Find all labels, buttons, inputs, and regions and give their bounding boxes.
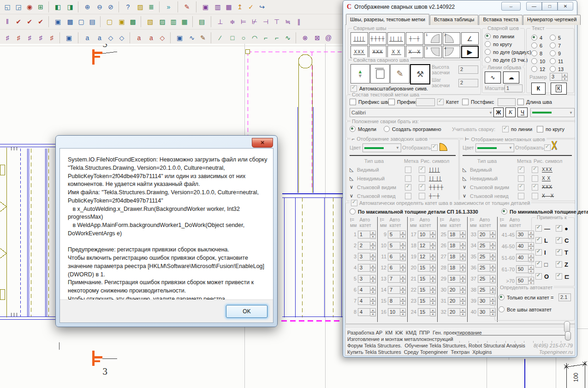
postfix-field[interactable] (498, 98, 516, 106)
open-file-icon[interactable]: ▨ (135, 1, 146, 12)
by-max-thickness-radio[interactable] (350, 209, 356, 215)
footer-line-4[interactable]: Купить Tekla Structures Среду Topenginee… (347, 349, 492, 355)
radio[interactable] (531, 35, 537, 41)
print-icon[interactable]: ▤ (192, 16, 208, 27)
radio[interactable] (550, 50, 556, 56)
part-drawing-icon[interactable]: ▥ (168, 16, 179, 27)
text-underline-icon[interactable]: a (94, 32, 105, 43)
mark-checkbox[interactable] (405, 184, 411, 191)
radio[interactable] (485, 41, 491, 47)
weld-angle-button[interactable]: ∠ (461, 32, 479, 45)
consider-by-circle-checkbox[interactable] (537, 126, 543, 132)
check-orange-icon[interactable]: ✓ (245, 1, 256, 12)
chain-dimension-icon[interactable]: ♯ (24, 32, 35, 43)
center-window-icon[interactable]: ◉ (24, 1, 35, 12)
draw-symbol-checkbox[interactable] (532, 167, 538, 173)
cathetus-spinner[interactable]: 25▴▾ (478, 275, 496, 283)
cathetus-spinner[interactable]: 7▴▾ (388, 275, 406, 283)
symbol-blue-1-icon[interactable]: ◇ (105, 32, 116, 43)
cascade-windows-icon[interactable]: ▦ (223, 1, 234, 12)
draw-symbol-checkbox[interactable] (532, 175, 538, 182)
weld-cross-gap-button[interactable]: ┼─┼ (406, 32, 423, 45)
multi-drawing-icon[interactable]: ▨ (157, 16, 168, 27)
radio[interactable] (531, 42, 537, 48)
dim-parallel-icon[interactable]: ∥ (293, 16, 304, 27)
draw-polyline-icon[interactable]: ⌐ (271, 32, 282, 43)
weld-comb-gap-button[interactable]: ∣∣ ∣∣ (387, 32, 405, 45)
cathetus-spinner[interactable]: 18▴▾ (448, 253, 466, 261)
cathetus-spinner[interactable]: 20▴▾ (448, 308, 466, 316)
close-icon[interactable]: ✕ (252, 138, 273, 148)
only-if-cathetus-radio[interactable] (499, 294, 505, 300)
draw-line-icon[interactable]: ∕ (211, 32, 227, 43)
delete-button[interactable] (370, 64, 390, 84)
ok-button[interactable]: OK (226, 305, 267, 318)
weld-x-gap-button[interactable]: X X (387, 46, 405, 58)
slider-thumb[interactable] (565, 331, 571, 340)
cathetus-spinner[interactable]: 10▴▾ (418, 231, 436, 239)
label-color-combobox[interactable]: ▼ (530, 108, 575, 117)
radio[interactable] (550, 58, 556, 64)
mark-checkbox[interactable] (518, 167, 524, 173)
export-icon[interactable]: ↪ (256, 1, 267, 12)
cathetus-spinner[interactable]: 6▴▾ (388, 253, 406, 261)
dim-left-icon[interactable]: ⊨ (238, 16, 249, 27)
cathetus-spinner[interactable]: 25▴▾ (478, 264, 496, 272)
radio[interactable] (531, 58, 537, 64)
close-icon[interactable]: ✕ (558, 2, 573, 11)
fit-window-icon[interactable]: ◱ (2, 1, 13, 12)
tab[interactable]: Нумератор чертежей (523, 15, 581, 25)
scale-field[interactable]: 1 (505, 84, 523, 92)
hoist-icon[interactable]: ↥ (234, 1, 245, 12)
draw-symbol-checkbox[interactable] (532, 184, 538, 191)
postfix-checkbox[interactable] (462, 99, 469, 105)
weld-cross-button[interactable]: ┼┼┼┼ (369, 32, 386, 45)
cathetus-threshold-field[interactable]: 2.1 (558, 293, 571, 301)
weld-arc-1-button[interactable]: 1 (424, 32, 442, 45)
site-color-combobox[interactable]: ▼ (475, 143, 514, 152)
cathetus-spinner[interactable]: 12▴▾ (418, 242, 436, 250)
profile-checkbox[interactable] (535, 261, 542, 268)
cast-drawing-icon[interactable]: ▦ (179, 16, 190, 27)
text-red-icon[interactable]: a (130, 32, 146, 43)
mark-checkbox[interactable] (405, 193, 411, 199)
cathetus-bold-button[interactable]: К (531, 83, 546, 95)
draw-cloud-icon[interactable]: ∿ (282, 32, 293, 43)
footer-site[interactable]: Topengineer.ru (539, 349, 573, 355)
draw-symbol-checkbox[interactable] (419, 184, 425, 191)
cathetus-spinner[interactable]: 6▴▾ (388, 264, 406, 272)
cathetus-spinner[interactable]: 18▴▾ (448, 231, 466, 239)
cathetus-spinner[interactable]: 8▴▾ (388, 297, 406, 305)
cathetus-checkbox[interactable] (437, 99, 444, 105)
level-mark-icon[interactable]: ⊥ (211, 16, 227, 27)
factory-show-checkbox[interactable] (431, 144, 438, 151)
weld-comb-button[interactable]: ∣∣∣∣ (350, 32, 368, 45)
fast-forward-icon[interactable]: » (159, 1, 175, 12)
draw-rectangle-icon[interactable]: □ (227, 32, 238, 43)
draw-arc-icon[interactable]: ◠ (249, 32, 260, 43)
profile-checkbox[interactable] (556, 261, 562, 268)
radio[interactable] (531, 66, 537, 72)
pan-handles-icon[interactable]: ‖ (2, 16, 13, 27)
dim-right-icon[interactable]: ⊣ (260, 16, 271, 27)
draw-symbol-checkbox[interactable] (419, 167, 425, 173)
cathetus-spinner[interactable]: 5▴▾ (388, 231, 406, 239)
auto-cathetus-checkbox[interactable] (351, 200, 357, 206)
prefix-checkbox[interactable] (388, 99, 395, 105)
radio[interactable] (485, 49, 491, 55)
cathetus-spinner[interactable]: 20▴▾ (448, 286, 466, 294)
profile-checkbox[interactable] (535, 273, 542, 280)
font-combobox[interactable]: Calibri▼ (350, 108, 494, 117)
new-drawing-icon[interactable]: ▢ (100, 16, 116, 27)
underline-button[interactable]: Ч (517, 107, 528, 117)
symbol-blue-2-icon[interactable]: ◇ (116, 32, 127, 43)
grid-dimension-icon[interactable]: ♯ (2, 32, 13, 43)
select-region-icon[interactable]: ▣ (59, 32, 76, 43)
add-view-icon[interactable]: ⊞ (35, 1, 46, 12)
cathetus-spinner[interactable]: 30▴▾ (478, 297, 496, 305)
leader-line-icon[interactable]: ∿ (186, 32, 197, 43)
from-model-radio[interactable] (350, 126, 356, 132)
cathetus-spinner[interactable]: 4▴▾ (358, 286, 376, 294)
check-red-1-icon[interactable]: ✔ (13, 16, 24, 27)
bold-button[interactable]: Ж (493, 107, 504, 117)
